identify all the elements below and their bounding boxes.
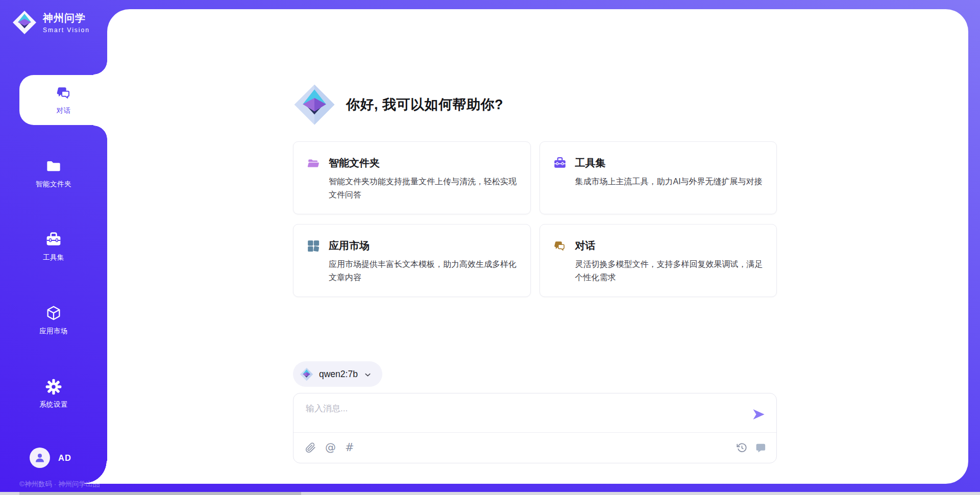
- sidebar-item-app-market[interactable]: 应用市场: [0, 295, 107, 345]
- message-composer: @ #: [293, 393, 777, 463]
- user-account[interactable]: AD: [30, 448, 71, 468]
- sidebar-item-label: 对话: [57, 106, 71, 115]
- card-description: 智能文件夹功能支持批量文件上传与清洗，轻松实现文件问答: [329, 175, 517, 202]
- card-description: 集成市场上主流工具，助力AI与外界无缝扩展与对接: [575, 175, 763, 188]
- greeting-block: 你好, 我可以如何帮助你?: [293, 83, 503, 126]
- hash-icon[interactable]: #: [345, 442, 354, 453]
- card-title: 对话: [575, 239, 764, 253]
- card-app-market[interactable]: 应用市场 应用市场提供丰富长文本模板，助力高效生成多样化文章内容: [293, 224, 531, 297]
- sidebar-item-settings[interactable]: 系统设置: [0, 369, 107, 419]
- sidebar: 神州问学 Smart Vision 对话 智能文件夹 工具集 应用市场 系统设置: [0, 0, 107, 495]
- gear-icon: [45, 379, 62, 395]
- sidebar-item-label: 智能文件夹: [36, 180, 71, 189]
- user-initials: AD: [58, 453, 71, 463]
- at-icon[interactable]: @: [325, 442, 336, 453]
- greeting-title: 你好, 我可以如何帮助你?: [346, 95, 503, 114]
- card-chat[interactable]: 对话 灵活切换多模型文件，支持多样回复效果调试，满足个性化需求: [540, 224, 777, 297]
- sidebar-item-label: 应用市场: [39, 327, 68, 336]
- horizontal-scrollbar[interactable]: [0, 492, 980, 495]
- toolbox-icon: [553, 157, 567, 170]
- model-logo-icon: [293, 83, 336, 126]
- sidebar-item-smart-folder[interactable]: 智能文件夹: [0, 148, 107, 199]
- paperclip-icon[interactable]: [305, 442, 316, 453]
- card-title: 工具集: [575, 156, 763, 170]
- grid-icon: [307, 239, 320, 253]
- chat-bubble-icon[interactable]: [755, 442, 766, 453]
- send-button[interactable]: [751, 407, 766, 422]
- avatar: [30, 448, 50, 468]
- brand-name: 神州问学: [43, 11, 90, 25]
- tab-connector-bottom: [93, 125, 108, 139]
- model-logo-icon: [300, 367, 313, 381]
- user-avatar-icon: [34, 452, 46, 464]
- chat-icon: [553, 239, 567, 253]
- composer-toolbar: @ #: [305, 433, 766, 463]
- chevron-down-icon: [363, 370, 372, 379]
- card-smart-folder[interactable]: 智能文件夹 智能文件夹功能支持批量文件上传与清洗，轻松实现文件问答: [293, 141, 531, 214]
- brand-diamond-icon: [12, 10, 37, 35]
- card-description: 应用市场提供丰富长文本模板，助力高效生成多样化文章内容: [329, 258, 517, 284]
- message-input[interactable]: [306, 404, 714, 414]
- folder-open-icon: [307, 157, 320, 170]
- cube-icon: [45, 305, 62, 321]
- brand-subtitle: Smart Vision: [43, 27, 90, 34]
- feature-cards: 智能文件夹 智能文件夹功能支持批量文件上传与清洗，轻松实现文件问答 工具集 集成…: [293, 141, 777, 297]
- toolbox-icon: [45, 232, 62, 248]
- sidebar-item-chat[interactable]: 对话: [19, 75, 108, 125]
- card-toolset[interactable]: 工具集 集成市场上主流工具，助力AI与外界无缝扩展与对接: [540, 141, 777, 214]
- sidebar-item-label: 系统设置: [39, 400, 68, 409]
- brand-logo: 神州问学 Smart Vision: [12, 10, 90, 35]
- model-selector[interactable]: qwen2:7b: [293, 361, 382, 387]
- tab-connector-top: [93, 61, 108, 75]
- sidebar-item-toolset[interactable]: 工具集: [0, 222, 107, 272]
- folder-icon: [45, 158, 62, 175]
- send-icon: [751, 407, 766, 422]
- sidebar-item-label: 工具集: [43, 253, 64, 262]
- card-title: 应用市场: [329, 239, 517, 253]
- card-title: 智能文件夹: [329, 156, 517, 170]
- history-icon[interactable]: [737, 442, 747, 453]
- main-content: 你好, 我可以如何帮助你? 智能文件夹 智能文件夹功能支持批量文件上传与清洗，轻…: [107, 9, 968, 484]
- sidebar-nav: 对话 智能文件夹 工具集 应用市场 系统设置: [0, 75, 107, 419]
- chat-icon: [56, 85, 72, 101]
- card-description: 灵活切换多模型文件，支持多样回复效果调试，满足个性化需求: [575, 258, 764, 284]
- scrollbar-thumb[interactable]: [19, 492, 301, 495]
- model-name: qwen2:7b: [319, 369, 358, 380]
